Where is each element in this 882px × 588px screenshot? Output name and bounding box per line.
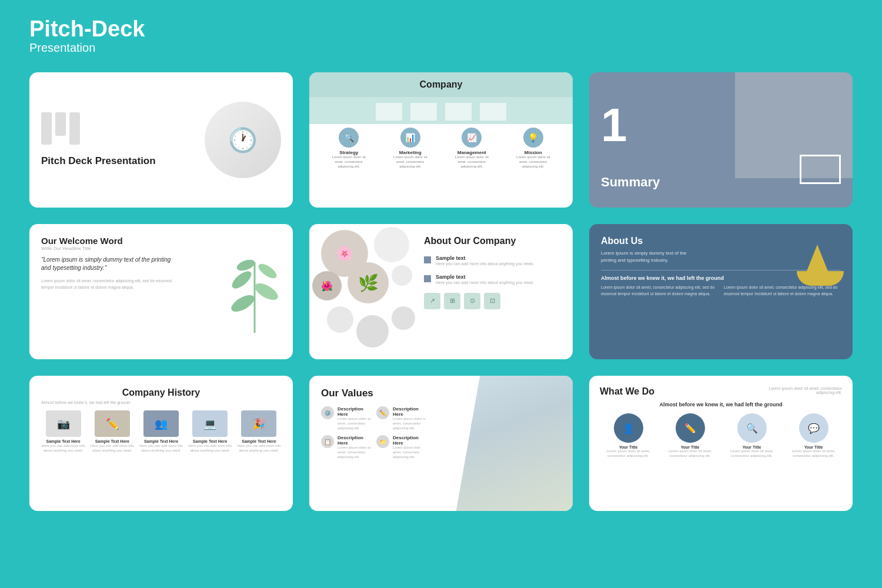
marketing-icon: 📊 xyxy=(400,128,420,148)
bubble-8 xyxy=(392,306,415,330)
history-img-5: 🎉 xyxy=(241,410,276,437)
house-body-4 xyxy=(480,103,506,121)
what-col-3: 🔍 Your Title Lorem ipsum dolor sit amet,… xyxy=(723,413,780,459)
slide-6[interactable]: About Us Lorem Ipsum is simply dummy tex… xyxy=(589,224,853,359)
svg-point-2 xyxy=(252,280,280,303)
management-icon: 📈 xyxy=(462,128,482,148)
history-items: 📷 Sample Text Here Here you can add more… xyxy=(41,410,281,453)
what-desc-2: Lorem ipsum dolor sit amet, consectetur … xyxy=(662,449,719,459)
svg-point-5 xyxy=(235,258,256,273)
svg-point-1 xyxy=(229,292,257,315)
history-item-1: 📷 Sample Text Here Here you can add more… xyxy=(41,410,85,453)
what-label-1: Your Title xyxy=(619,445,638,449)
slide-4[interactable]: Our Welcome Word Write Our Headline Titl… xyxy=(29,224,293,359)
value-icon-1: ⚙️ xyxy=(321,406,334,419)
marketing-desc: Lorem ipsum dolor sit amet, consectetur … xyxy=(393,155,428,169)
mission-icon: 💡 xyxy=(523,128,543,148)
house-body-2 xyxy=(410,103,437,121)
sample-text-1: Sample text Here you can add more info a… xyxy=(436,255,534,267)
slide7-title: Company History xyxy=(41,387,281,398)
bubble-container: 🌸 🌺 🌿 xyxy=(309,224,415,359)
management-label: Management xyxy=(457,150,486,155)
slide2-title: Company xyxy=(316,79,566,90)
history-img-3: 👥 xyxy=(143,410,179,437)
slide-5[interactable]: 🌸 🌺 🌿 About Our Company Sampl xyxy=(309,224,573,359)
bubble-6 xyxy=(356,315,389,348)
slides-grid: Pitch Deck Presentation 🕐 Company xyxy=(0,66,882,534)
house-3 xyxy=(442,103,475,121)
what-label-4: Your Title xyxy=(804,445,823,449)
history-label-1: Sample Text Here xyxy=(46,439,80,443)
sample-box-2 xyxy=(424,275,431,282)
slide5-icon-1[interactable]: ↗ xyxy=(424,293,440,309)
history-desc-1: Here you can add more info about anythin… xyxy=(41,443,85,453)
page-header: Pitch-Deck Presentation xyxy=(0,0,882,66)
slide3-number: 1 xyxy=(601,102,627,149)
bubble-2 xyxy=(374,227,409,262)
bar-2 xyxy=(55,112,66,136)
what-circles: 👤 Your Title Lorem ipsum dolor sit amet,… xyxy=(600,413,842,459)
slide5-icon-buttons: ↗ ⊞ ⊙ ⊡ xyxy=(424,293,564,309)
value-icon-2: ✏️ xyxy=(376,406,389,419)
slide-1[interactable]: Pitch Deck Presentation 🕐 xyxy=(29,72,293,208)
history-img-4: 💻 xyxy=(192,410,228,437)
slide4-quote: "Lorem ipsum is simply dummy text of the… xyxy=(41,256,173,272)
history-label-2: Sample Text Here xyxy=(95,439,129,443)
bar-1 xyxy=(41,112,52,145)
icon-marketing: 📊 Marketing Lorem ipsum dolor sit amet, … xyxy=(393,128,428,169)
slide-8[interactable]: Our Values ⚙️ Description Here Lorem ips… xyxy=(309,376,573,511)
value-text-3: Description Here Lorem ipsum dolor at am… xyxy=(338,435,372,459)
strategy-desc: Lorem ipsum dolor sit amet, consectetur … xyxy=(331,155,366,169)
house-1 xyxy=(373,103,405,121)
value-icon-3: 📋 xyxy=(321,435,334,448)
history-desc-2: Here you can add more info about anythin… xyxy=(90,443,134,453)
history-label-4: Sample Text Here xyxy=(193,439,227,443)
slide-3[interactable]: 1 Summary xyxy=(589,72,853,208)
what-circle-1: 👤 xyxy=(614,413,643,443)
slide-2[interactable]: Company 🔍 Strategy L xyxy=(309,72,573,208)
bubble-3: 🌺 xyxy=(312,271,342,300)
what-desc-3: Lorem ipsum dolor sit amet, consectetur … xyxy=(723,449,780,459)
slide5-icon-4[interactable]: ⊡ xyxy=(484,293,500,309)
slide6-divider xyxy=(601,270,841,270)
history-img-1: 📷 xyxy=(46,410,81,437)
history-item-2: ✏️ Sample Text Here Here you can add mor… xyxy=(90,410,134,453)
slide5-icon-2[interactable]: ⊞ xyxy=(444,293,460,309)
bubble-7 xyxy=(392,265,412,286)
svg-point-4 xyxy=(256,261,279,281)
app-subtitle: Presentation xyxy=(29,41,853,55)
sample-row-2: Sample text Here you can add more info a… xyxy=(424,274,564,286)
strategy-label: Strategy xyxy=(339,150,358,155)
value-item-1: ⚙️ Description Here Lorem ipsum dolor at… xyxy=(321,406,372,430)
bubble-4: 🌿 xyxy=(348,262,389,303)
history-desc-5: Here you can add more info about anythin… xyxy=(237,443,281,453)
slide2-icons: 🔍 Strategy Lorem ipsum dolor sit amet, c… xyxy=(309,124,573,172)
slide9-tagline: Almost before we knew it, we had left th… xyxy=(600,402,842,407)
what-circle-2: ✏️ xyxy=(676,413,705,443)
boat-shape xyxy=(797,271,844,295)
icon-mission: 💡 Mission Lorem ipsum dolor sit amet, co… xyxy=(516,128,551,169)
history-img-2: ✏️ xyxy=(95,410,130,437)
slide-7[interactable]: Company History Almost before we knew it… xyxy=(29,376,293,511)
sample-text-2: Sample text Here you can add more info a… xyxy=(436,274,534,286)
bar-3 xyxy=(69,112,80,145)
house-body-3 xyxy=(445,103,472,121)
what-col-1: 👤 Your Title Lorem ipsum dolor sit amet,… xyxy=(600,413,657,459)
value-icon-4: 📁 xyxy=(376,435,389,448)
value-item-3: 📋 Description Here Lorem ipsum dolor at … xyxy=(321,435,372,459)
history-desc-4: Here you can add more info about anythin… xyxy=(188,443,232,453)
bubble-5 xyxy=(327,306,353,333)
history-desc-3: Here you can add more info about anythin… xyxy=(139,443,183,453)
slide1-title: Pitch Deck Presentation xyxy=(41,155,205,167)
history-label-5: Sample Text Here xyxy=(242,439,276,443)
slide6-desc: Lorem Ipsum is simply dummy text of the … xyxy=(601,250,695,264)
icon-management: 📈 Management Lorem ipsum dolor sit amet,… xyxy=(454,128,489,169)
slide3-rect xyxy=(800,155,841,184)
what-label-2: Your Title xyxy=(681,445,700,449)
slide-9[interactable]: What We Do Lorem ipsum dolor sit amet, c… xyxy=(589,376,853,511)
house-body-1 xyxy=(376,103,402,121)
slide1-content: Pitch Deck Presentation xyxy=(41,112,205,167)
slide5-icon-3[interactable]: ⊙ xyxy=(464,293,480,309)
slide8-title: Our Values xyxy=(321,387,427,399)
value-item-2: ✏️ Description Here Lorem ipsum dolor at… xyxy=(376,406,427,430)
